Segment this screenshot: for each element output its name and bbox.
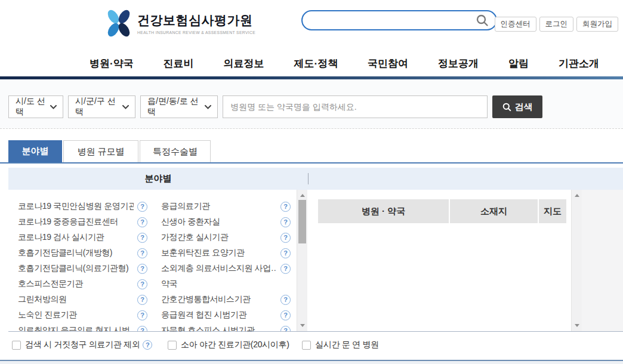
- results-panel-filler: [582, 190, 623, 331]
- help-icon[interactable]: ?: [137, 217, 147, 227]
- category-item[interactable]: 호흡기전담클리닉(개방형) ?: [18, 245, 147, 261]
- category-item[interactable]: 간호간병통합서비스기관 ?: [161, 292, 291, 307]
- category-item[interactable]: 코로나19 중증응급진료센터 ?: [18, 214, 147, 230]
- category-item[interactable]: 의료취약지 응급의료 현지 시범 ?: [18, 323, 147, 331]
- category-item[interactable]: 자문형 호스피스 시범기관 ?: [161, 323, 291, 331]
- search-submit-label: 검색: [515, 101, 533, 113]
- tab-underline: [0, 162, 623, 164]
- pediatric-night-clinic-filter[interactable]: 소아 야간 진료기관(20시이후): [168, 340, 289, 350]
- category-label: 의료취약지 응급의료 현지 시범: [18, 325, 134, 331]
- help-icon[interactable]: ?: [280, 310, 291, 320]
- search-icon: [502, 103, 511, 112]
- category-item[interactable]: 코로나19 검사 실시기관 ?: [18, 230, 147, 245]
- category-list-scrollbar[interactable]: [297, 190, 307, 331]
- help-icon[interactable]: ?: [280, 202, 291, 212]
- category-item[interactable]: 호흡기전담클리닉(의료기관형) ?: [18, 261, 147, 276]
- help-icon[interactable]: ?: [137, 202, 147, 212]
- help-icon[interactable]: ?: [137, 233, 147, 243]
- nav-item-notice[interactable]: 알림: [508, 57, 529, 70]
- category-item[interactable]: 약국: [161, 276, 291, 292]
- category-label: 호흡기전담클리닉(개방형): [18, 248, 134, 258]
- tab-by-field[interactable]: 분야별: [8, 140, 62, 162]
- open-now-hospital-checkbox[interactable]: [302, 341, 311, 350]
- category-label: 자문형 호스피스 시범기관: [161, 325, 277, 331]
- hira-logo-icon: [106, 10, 132, 37]
- help-icon[interactable]: ?: [143, 340, 152, 350]
- dong-select[interactable]: 읍/면/동/로 선택: [140, 95, 218, 118]
- category-label: 코로나19 국민안심병원 운영기관: [18, 201, 134, 212]
- keyword-input[interactable]: [223, 95, 488, 118]
- nav-item-info-disclosure[interactable]: 정보공개: [438, 57, 479, 70]
- tab-by-surgery[interactable]: 특정수술별: [140, 140, 211, 162]
- exclude-false-claims-checkbox[interactable]: [12, 341, 21, 350]
- sido-select[interactable]: 시/도 선택: [8, 95, 63, 118]
- help-icon[interactable]: ?: [137, 264, 147, 274]
- scrollbar-thumb[interactable]: [298, 200, 306, 243]
- pediatric-night-clinic-checkbox[interactable]: [168, 341, 177, 350]
- cert-center-button[interactable]: 인증센터: [495, 17, 536, 32]
- help-icon[interactable]: ?: [137, 279, 147, 289]
- signup-button[interactable]: 회원가입: [576, 17, 618, 32]
- category-label: 소외계층 의료서비스지원 사업…: [161, 263, 277, 274]
- category-item[interactable]: 신생아 중환자실 ?: [161, 214, 291, 230]
- login-button[interactable]: 로그인: [539, 17, 574, 32]
- category-item[interactable]: 보훈위탁진료 요양기관 ?: [161, 245, 291, 261]
- chevron-down-icon: [122, 105, 129, 109]
- category-label: 응급원격 협진 시범기관: [161, 310, 277, 320]
- global-search-input[interactable]: [312, 13, 471, 28]
- nav-item-hospital-pharmacy[interactable]: 병원·약국: [90, 57, 134, 70]
- help-icon[interactable]: ?: [280, 264, 291, 274]
- nav-item-about[interactable]: 기관소개: [559, 57, 599, 70]
- exclude-false-claims-filter[interactable]: 검색 시 거짓청구 의료기관 제외 ?: [12, 340, 152, 350]
- nav-item-policy[interactable]: 제도·정책: [294, 57, 338, 70]
- help-icon[interactable]: ?: [137, 248, 147, 258]
- category-list-panel: 코로나19 국민안심병원 운영기관 ? 코로나19 중증응급진료센터 ? 코로나…: [8, 190, 307, 331]
- column-hospital-pharmacy: 병원 · 약국: [318, 199, 449, 223]
- category-item[interactable]: 노숙인 진료기관 ?: [18, 307, 147, 323]
- search-type-tabs: 분야별 병원 규모별 특정수술별: [8, 140, 212, 162]
- scroll-down-icon[interactable]: [575, 324, 579, 327]
- help-icon[interactable]: ?: [137, 310, 147, 320]
- category-label: 간호간병통합서비스기관: [161, 294, 277, 305]
- category-item[interactable]: 응급의료기관 ?: [161, 199, 291, 214]
- category-item[interactable]: 소외계층 의료서비스지원 사업… ?: [161, 261, 291, 276]
- category-item[interactable]: 호스피스전문기관 ?: [18, 276, 147, 292]
- category-item[interactable]: 가정간호 실시기관 ?: [161, 230, 291, 245]
- tab-by-hospital-size[interactable]: 병원 규모별: [63, 140, 138, 162]
- category-item[interactable]: 코로나19 국민안심병원 운영기관 ?: [18, 199, 147, 214]
- tab-by-field-label: 분야별: [22, 146, 49, 157]
- scroll-up-icon[interactable]: [575, 194, 579, 197]
- tab-by-hospital-size-label: 병원 규모별: [77, 146, 124, 158]
- sido-select-value: 시/도 선택: [16, 96, 50, 118]
- help-icon[interactable]: ?: [280, 326, 291, 332]
- hira-hospital-search-page: 건강보험심사평가원 HEALTH INSURANCE REVIEW & ASSE…: [0, 0, 623, 364]
- category-item[interactable]: 그린처방의원 ?: [18, 292, 147, 307]
- results-panel: 병원 · 약국 소재지 지도: [310, 190, 623, 331]
- sigungu-select-value: 시/군/구 선택: [75, 96, 122, 118]
- help-icon[interactable]: ?: [280, 295, 291, 305]
- search-icon[interactable]: [476, 14, 489, 27]
- hira-logo[interactable]: 건강보험심사평가원 HEALTH INSURANCE REVIEW & ASSE…: [106, 10, 255, 37]
- scroll-down-icon[interactable]: [300, 324, 305, 327]
- help-icon[interactable]: ?: [137, 326, 147, 332]
- category-item[interactable]: 응급원격 협진 시범기관 ?: [161, 307, 291, 323]
- open-now-hospital-filter[interactable]: 실시간 문 연 병원: [302, 340, 379, 350]
- results-scrollbar[interactable]: [571, 190, 582, 331]
- category-label: 보훈위탁진료 요양기관: [161, 248, 277, 258]
- nav-item-public-participation[interactable]: 국민참여: [368, 57, 408, 70]
- hira-logo-text: 건강보험심사평가원 HEALTH INSURANCE REVIEW & ASSE…: [137, 12, 255, 35]
- help-icon[interactable]: ?: [280, 233, 291, 243]
- footer-filter-bar: 검색 시 거짓청구 의료기관 제외 ? 소아 야간 진료기관(20시이후) 실시…: [0, 332, 623, 360]
- nav-item-medical-info[interactable]: 의료정보: [224, 57, 264, 70]
- sigungu-select[interactable]: 시/군/구 선택: [68, 95, 135, 118]
- panel-header-bar: 분야별: [8, 168, 623, 190]
- search-submit-button[interactable]: 검색: [492, 95, 542, 118]
- chevron-down-icon: [50, 105, 57, 109]
- help-icon[interactable]: ?: [280, 248, 291, 258]
- help-icon[interactable]: ?: [137, 295, 147, 305]
- help-icon[interactable]: ?: [280, 217, 291, 227]
- scroll-up-icon[interactable]: [300, 194, 305, 197]
- nav-item-medical-fee[interactable]: 진료비: [164, 57, 194, 70]
- category-label: 약국: [161, 279, 277, 289]
- category-label: 신생아 중환자실: [161, 217, 277, 227]
